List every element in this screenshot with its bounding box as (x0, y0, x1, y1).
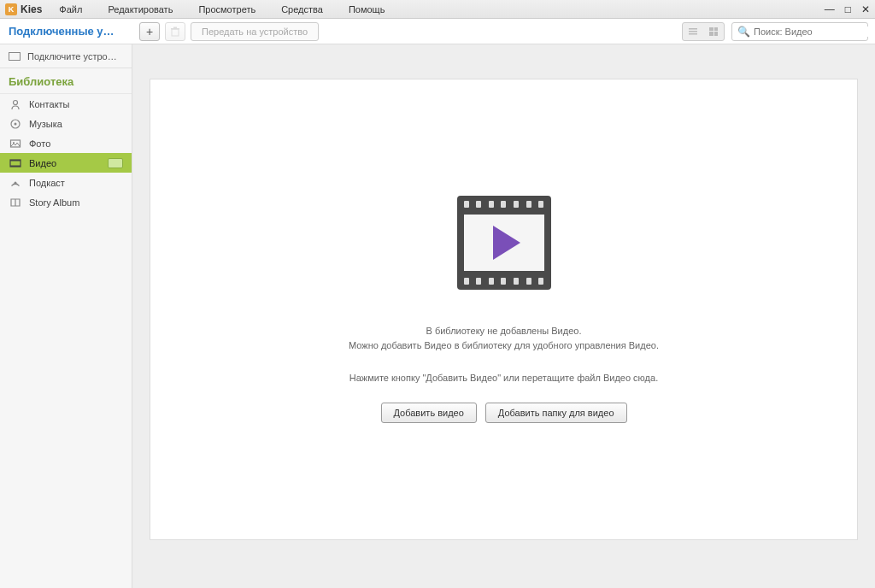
connected-devices-label[interactable]: Подключенные у… (0, 25, 132, 38)
titlebar: K Kies Файл Редактировать Просмотреть Ср… (0, 0, 875, 19)
menu-help[interactable]: Помощь (349, 4, 385, 15)
podcast-icon (9, 176, 22, 190)
sidebar-item-label: Подкаст (29, 178, 65, 188)
empty-line2: Можно добавить Видео в библиотеку для уд… (349, 338, 659, 354)
body: Подключите устро… Библиотека Контакты Му… (0, 44, 875, 588)
svg-point-8 (15, 122, 17, 125)
minimize-icon[interactable]: — (825, 3, 835, 15)
svg-rect-0 (172, 29, 179, 36)
sidebar-item-contacts[interactable]: Контакты (0, 94, 132, 114)
empty-state-card: В библиотеку не добавлены Видео. Можно д… (150, 79, 858, 540)
search-input[interactable] (754, 26, 872, 37)
svg-rect-9 (11, 140, 21, 147)
video-large-icon (457, 196, 551, 290)
header-row: Подключенные у… + Передать на устройство… (0, 19, 875, 44)
sidebar-connect-device[interactable]: Подключите устро… (0, 44, 132, 68)
sidebar-item-label: Фото (29, 138, 50, 149)
sidebar-connect-label: Подключите устро… (27, 51, 117, 62)
empty-line1: В библиотеку не добавлены Видео. (349, 324, 659, 339)
close-icon[interactable]: ✕ (861, 3, 870, 15)
main-area: В библиотеку не добавлены Видео. Можно д… (132, 44, 875, 588)
toolbar: + Передать на устройство 🔍 (132, 22, 875, 41)
menu-view[interactable]: Просмотреть (198, 4, 255, 15)
book-icon (9, 196, 22, 209)
svg-rect-12 (10, 160, 21, 162)
maximize-icon[interactable]: □ (845, 3, 851, 15)
play-icon (493, 226, 520, 260)
svg-rect-5 (689, 33, 697, 35)
view-toggle[interactable] (682, 22, 725, 41)
sidebar-item-video[interactable]: Видео (0, 153, 132, 173)
add-button[interactable]: + (139, 22, 160, 41)
svg-rect-1 (171, 28, 179, 30)
svg-point-6 (14, 100, 18, 104)
sidebar-item-badge (108, 158, 123, 168)
video-icon (9, 156, 22, 170)
svg-rect-2 (173, 26, 177, 28)
trash-icon (170, 26, 180, 37)
sidebar-item-music[interactable]: Музыка (0, 114, 132, 133)
app-title: Kies (21, 3, 42, 15)
empty-actions: Добавить видео Добавить папку для видео (381, 403, 627, 423)
search-box[interactable]: 🔍 (731, 22, 868, 41)
sidebar-item-photo[interactable]: Фото (0, 133, 132, 153)
sidebar-item-label: Контакты (29, 99, 70, 109)
menu-tools[interactable]: Средства (281, 4, 323, 15)
add-folder-button[interactable]: Добавить папку для видео (485, 403, 627, 423)
empty-line3: Нажмите кнопку "Добавить Видео" или пере… (349, 371, 659, 386)
contacts-icon (9, 97, 22, 111)
toolbar-right: 🔍 (682, 22, 868, 41)
sidebar: Подключите устро… Библиотека Контакты Му… (0, 44, 132, 588)
sidebar-item-story-album[interactable]: Story Album (0, 192, 132, 212)
delete-button[interactable] (165, 22, 185, 41)
window-controls: — □ ✕ (825, 3, 870, 15)
sidebar-item-label: Story Album (29, 197, 79, 208)
device-icon (9, 52, 21, 61)
photo-icon (9, 137, 22, 150)
sidebar-item-label: Видео (29, 158, 56, 168)
menu-edit[interactable]: Редактировать (108, 4, 173, 15)
transfer-button[interactable]: Передать на устройство (191, 22, 319, 41)
empty-state-text: В библиотеку не добавлены Видео. Можно д… (349, 324, 659, 386)
sidebar-item-podcast[interactable]: Подкаст (0, 173, 132, 192)
svg-rect-3 (689, 28, 697, 30)
svg-rect-13 (10, 165, 21, 167)
music-icon (9, 117, 22, 131)
sidebar-item-label: Музыка (29, 119, 62, 129)
sidebar-section-library: Библиотека (0, 68, 132, 94)
svg-rect-4 (689, 31, 697, 32)
view-grid-icon[interactable] (703, 23, 724, 40)
menu-file[interactable]: Файл (59, 4, 82, 15)
view-list-icon[interactable] (683, 23, 703, 40)
app-logo-icon: K (5, 3, 17, 15)
menu-bar: Файл Редактировать Просмотреть Средства … (59, 4, 385, 15)
add-video-button[interactable]: Добавить видео (381, 403, 477, 423)
search-icon: 🔍 (737, 26, 750, 38)
